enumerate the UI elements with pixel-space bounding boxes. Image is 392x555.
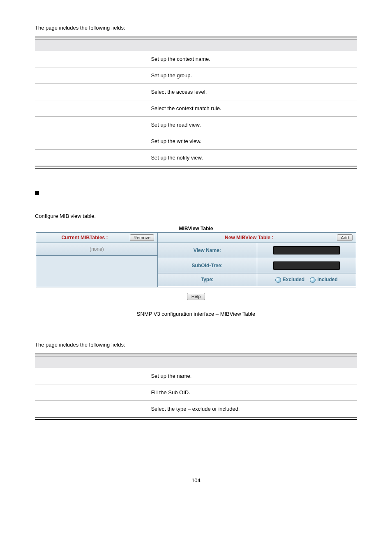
table-row: Set up the name. [35,368,357,384]
figure-caption: SNMP V3 configuration interface – MIBVie… [35,311,357,317]
mibview-fields-table: Set up the name. Fill the Sub OID. Selec… [35,354,357,420]
field-desc: Fill the Sub OID. [148,384,357,400]
table-row: Set up the notify view. [35,150,357,166]
current-mibtables-none: (none) [36,243,157,256]
field-desc: Set up the context name. [148,51,357,67]
intro-text-1: The page includes the following fields: [35,25,357,31]
excluded-label: Excluded [283,277,304,282]
remove-button[interactable]: Remove [130,234,154,241]
field-desc: Select the context match rule. [148,100,357,117]
suboid-tree-label: SubOid-Tree: [158,258,257,273]
table-row: Select the type – exclude or included. [35,400,357,417]
new-mibview-label: New MIBView Table : [225,235,273,240]
table-row: Select the access level. [35,84,357,100]
table-row: Set up the context name. [35,51,357,67]
table-row: Set up the group. [35,67,357,84]
help-button[interactable]: Help [187,293,205,300]
page-number: 104 [35,477,357,483]
intro-text-2: The page includes the following fields: [35,342,357,348]
included-label: Included [317,277,337,282]
mibview-panel: Current MIBTables : Remove New MIBView T… [36,232,356,287]
table-row: Set up the write view. [35,133,357,150]
field-desc: Select the access level. [148,84,357,100]
current-mibtables-label: Current MIBTables : [61,235,108,240]
field-desc: Set up the write view. [148,133,357,150]
field-desc: Set up the group. [148,67,357,84]
add-button[interactable]: Add [337,234,353,241]
suboid-tree-input[interactable] [273,261,340,270]
field-desc: Set up the notify view. [148,150,357,166]
current-mibtables-empty: . [36,256,157,287]
table-row: Set up the read view. [35,117,357,133]
table-row: Fill the Sub OID. [35,384,357,400]
included-radio[interactable] [310,277,316,283]
mibview-desc: Configure MIB view table. [35,213,357,219]
field-desc: Set up the name. [148,368,357,384]
field-desc: Set up the read view. [148,117,357,133]
type-label: Type: [158,273,257,286]
view-name-input[interactable] [273,246,340,254]
bullet-icon [35,191,39,195]
excluded-radio[interactable] [275,277,281,283]
view-name-label: View Name: [158,243,257,258]
access-fields-header [35,39,357,51]
table-row: Select the context match rule. [35,100,357,117]
access-fields-table: Set up the context name. Set up the grou… [35,37,357,169]
mibview-fields-header [35,356,357,368]
field-desc: Select the type – exclude or included. [148,400,357,417]
mibview-panel-title: MIBView Table [36,225,356,232]
